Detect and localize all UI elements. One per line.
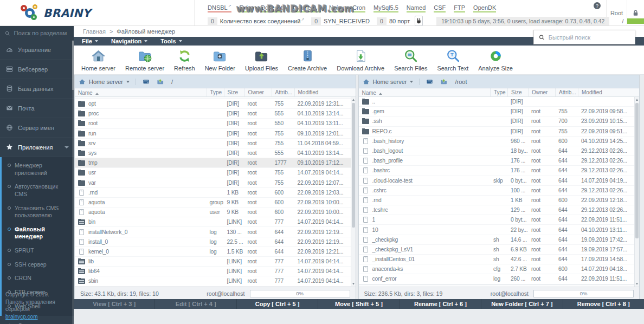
- submenu-item-cron[interactable]: CRON: [2, 271, 74, 286]
- function-key-button[interactable]: New Folder [ Ctrl + 7 ]: [481, 299, 563, 309]
- service-link[interactable]: Exim: [240, 4, 253, 12]
- file-row[interactable]: var [DIR] root 755 22.09.2019 12:07...: [75, 178, 351, 188]
- quick-search-box[interactable]: [533, 30, 635, 44]
- menu-file[interactable]: File: [82, 38, 98, 44]
- menu-tools[interactable]: Tools: [160, 38, 182, 44]
- scroll-down-icon[interactable]: [636, 283, 638, 285]
- file-row[interactable]: install_0 log 22.5 ... root 644 22.09.20…: [75, 237, 351, 247]
- column-type[interactable]: Type: [207, 88, 224, 96]
- file-row[interactable]: .rnd 1 KB root 600 22.09.2019 12:03...: [75, 188, 351, 198]
- submenu-item-ssh-server[interactable]: SSH сервер: [2, 258, 74, 272]
- service-link[interactable]: FTP: [454, 4, 465, 12]
- file-row[interactable]: _installCentos_01 sh 42.6 ... root 644 1…: [359, 255, 635, 264]
- file-row[interactable]: .ssh [DIR] root 700 23.09.2019 10:15...: [359, 116, 635, 126]
- column-owner[interactable]: Owner: [528, 88, 555, 96]
- service-link[interactable]: DNSBL: [208, 4, 231, 12]
- file-row[interactable]: 10 22 by... root 644 04.10.2019 13:11...: [359, 225, 635, 235]
- sidebar-item-management[interactable]: Управление: [0, 40, 74, 60]
- left-home-dir-button[interactable]: [156, 78, 164, 85]
- scrollbar-thumb[interactable]: [352, 103, 355, 228]
- file-row[interactable]: .bash_history 960 ... root 600 04.10.201…: [359, 137, 635, 146]
- user-label[interactable]: Root: [607, 0, 627, 25]
- file-row[interactable]: opt [DIR] root 755 22.09.2019 12:31...: [75, 99, 351, 109]
- column-attrib[interactable]: Attrib...: [555, 88, 578, 96]
- file-row[interactable]: .bash_logout 18 by... root 644 29.12.201…: [359, 146, 635, 156]
- file-row[interactable]: .gem [DIR] root 755 22.09.2019 09:58...: [359, 107, 635, 116]
- file-row[interactable]: tmp [DIR] root 1777 09.10.2019 17:12...: [75, 158, 351, 168]
- help-icon[interactable]: ?: [594, 2, 601, 9]
- brainycp-link[interactable]: brainycp.com: [5, 314, 37, 320]
- file-row[interactable]: _checkpkg_LsV1 sh 6.9 KB root 644 19.09.…: [359, 245, 635, 255]
- brainy-logo[interactable]: BRAINY: [0, 0, 194, 25]
- download-archive-button[interactable]: Download Archive: [332, 46, 389, 74]
- file-row[interactable]: sbin [LINK] root 777 14.07.2019 04:14...: [75, 276, 351, 286]
- right-path[interactable]: /root: [455, 79, 467, 85]
- sidebar-item-webserver[interactable]: Вебсервер: [0, 60, 74, 79]
- file-row[interactable]: .tcshrc 129 ... root 644 29.12.2013 02:2…: [359, 205, 635, 215]
- plug-button[interactable]: [415, 16, 423, 26]
- column-type[interactable]: Type: [490, 88, 507, 96]
- file-row[interactable]: lib [LINK] root 777 14.07.2019 04:14...: [75, 257, 351, 267]
- file-row[interactable]: bin [LINK] root 777 14.07.2019 04:14...: [75, 217, 351, 227]
- file-row[interactable]: run [DIR] root 755 09.10.2019 12:01...: [75, 129, 351, 139]
- quick-search-input[interactable]: [549, 34, 630, 41]
- service-link[interactable]: Named: [407, 4, 426, 12]
- service-link[interactable]: Dovecot: [261, 4, 282, 12]
- file-row[interactable]: root [DIR] root 550 04.10.2019 13:11...: [75, 119, 351, 128]
- file-row[interactable]: .rnd 1 KB root 600 22.09.2019 12:18...: [359, 196, 635, 205]
- file-row[interactable]: sys [DIR] root 555 04.10.2019 13:14...: [75, 148, 351, 158]
- home-server-button[interactable]: Home server: [76, 46, 120, 74]
- submenu-item-install-cms[interactable]: Установить CMS пользователю: [2, 202, 74, 223]
- right-home-dir-button[interactable]: [440, 78, 448, 85]
- analyze-size-button[interactable]: Analyze Size: [473, 46, 518, 74]
- submenu-item-file-manager[interactable]: Файловый менеджер: [2, 223, 74, 244]
- sidebar-item-applications[interactable]: Приложения: [0, 138, 74, 157]
- submenu-item-cms-autoinstaller[interactable]: Автоустановщик CMS: [2, 180, 74, 201]
- remote-server-button[interactable]: Remote server: [120, 46, 169, 74]
- file-row[interactable]: usr [DIR] root 755 14.07.2019 04:14...: [75, 168, 351, 178]
- sidebar-item-nameserver[interactable]: Сервер имен: [0, 118, 74, 138]
- left-server-dropdown[interactable]: Home server: [79, 79, 136, 85]
- file-row[interactable]: REPO.c [DIR] root 755 22.09.2019 09:51..…: [359, 127, 635, 137]
- file-row[interactable]: lib64 [LINK] root 777 14.07.2019 04:14..…: [75, 267, 351, 276]
- column-name[interactable]: Name: [359, 88, 491, 96]
- submenu-item-sprut[interactable]: SPRUT: [2, 244, 74, 258]
- create-archive-button[interactable]: Create Archive: [283, 46, 332, 74]
- file-row[interactable]: aquota group 9 KB root 600 22.09.2019 10…: [75, 198, 351, 208]
- file-row[interactable]: srv [DIR] root 755 11.04.2018 04:59...: [75, 139, 351, 148]
- right-disk-icon-button[interactable]: [426, 78, 434, 85]
- column-attrib[interactable]: Attrib...: [272, 88, 294, 96]
- file-row[interactable]: kernel_0 log 1.5 KB root 644 22.09.2019 …: [75, 247, 351, 257]
- function-key-button[interactable]: Rename [ Ctrl + 6 ]: [400, 299, 481, 309]
- file-row[interactable]: anaconda-ks cfg 2.7 KB root 600 14.07.20…: [359, 264, 635, 274]
- left-scrollbar[interactable]: [351, 97, 356, 287]
- search-files-button[interactable]: Search Files: [389, 46, 432, 74]
- column-modified[interactable]: Modified: [294, 88, 351, 96]
- upload-files-button[interactable]: Upload Files: [240, 46, 283, 74]
- column-name[interactable]: Name: [75, 88, 207, 96]
- service-link[interactable]: Apache 2.4: [291, 4, 321, 12]
- left-path[interactable]: /: [171, 79, 173, 85]
- service-link[interactable]: Cron: [352, 4, 365, 12]
- column-size[interactable]: Size: [224, 88, 244, 96]
- column-owner[interactable]: Owner: [244, 88, 272, 96]
- sidebar-search[interactable]: [0, 26, 74, 40]
- function-key-button[interactable]: Copy [ Ctrl + 5 ]: [237, 299, 318, 309]
- sidebar-item-mail[interactable]: Почта: [0, 99, 74, 118]
- service-link[interactable]: Nginx: [329, 4, 344, 12]
- file-row[interactable]: conf_error log 260 ... root 644 22.09.20…: [359, 274, 635, 284]
- file-row[interactable]: .cloud-locale-test skip 0 byt... root 64…: [359, 176, 635, 186]
- file-row[interactable]: installNetwork_0 log 130 ... root 644 22…: [75, 227, 351, 237]
- file-row[interactable]: _checkpkg sh 14.6 ... root 644 19.09.201…: [359, 235, 635, 245]
- function-key-button[interactable]: Move [ Shift + 5 ]: [318, 299, 400, 309]
- new-folder-button[interactable]: New Folder: [200, 46, 240, 74]
- scroll-up-icon[interactable]: [352, 99, 355, 101]
- scroll-down-icon[interactable]: [352, 283, 355, 285]
- breadcrumb-home[interactable]: Главная: [83, 28, 106, 35]
- submenu-item-app-manager[interactable]: Менеджер приложений: [2, 159, 74, 180]
- file-row[interactable]: .. [DIR]: [359, 97, 635, 107]
- file-row[interactable]: .bash_profile 176 ... root 644 29.12.201…: [359, 156, 635, 166]
- search-text-button[interactable]: T Search Text: [432, 46, 473, 74]
- right-scrollbar[interactable]: [634, 97, 639, 287]
- right-server-dropdown[interactable]: Home server: [363, 79, 420, 85]
